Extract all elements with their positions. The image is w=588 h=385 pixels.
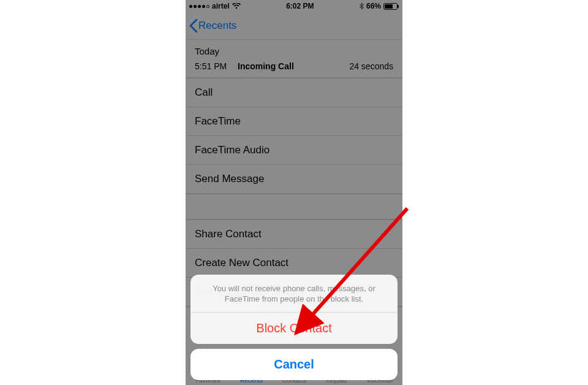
back-button[interactable]: Recents	[189, 19, 236, 32]
status-bar: airtel 6:02 PM 66%	[186, 0, 402, 12]
chevron-left-icon	[189, 19, 197, 32]
call-log-day: Today	[186, 40, 402, 59]
call-duration: 24 seconds	[349, 61, 393, 71]
primary-actions-list: Call FaceTime FaceTime Audio Send Messag…	[186, 77, 402, 194]
action-share-contact[interactable]: Share Contact	[186, 219, 402, 248]
call-log-row: 5:51 PM Incoming Call 24 seconds	[186, 59, 402, 77]
cancel-button[interactable]: Cancel	[190, 349, 398, 380]
action-sheet: You will not receive phone calls, messag…	[190, 275, 398, 380]
carrier-label: airtel	[212, 2, 230, 10]
action-facetime[interactable]: FaceTime	[186, 107, 402, 135]
battery-icon	[383, 3, 399, 10]
bluetooth-icon	[360, 2, 364, 10]
status-time: 6:02 PM	[286, 2, 314, 10]
signal-strength-icon	[189, 5, 209, 8]
action-create-new-contact[interactable]: Create New Contact	[186, 248, 402, 277]
call-type: Incoming Call	[238, 61, 349, 71]
action-sheet-message: You will not receive phone calls, messag…	[190, 275, 398, 312]
contact-detail-content: Today 5:51 PM Incoming Call 24 seconds C…	[186, 40, 402, 307]
action-facetime-audio[interactable]: FaceTime Audio	[186, 135, 402, 164]
svg-rect-1	[385, 4, 393, 9]
action-call[interactable]: Call	[186, 78, 402, 107]
status-left-cluster: airtel	[189, 2, 241, 10]
action-send-message[interactable]: Send Message	[186, 164, 402, 194]
svg-rect-2	[398, 5, 399, 8]
block-contact-button[interactable]: Block Contact	[190, 312, 398, 344]
wifi-icon	[232, 3, 241, 9]
action-sheet-cancel-group: Cancel	[190, 349, 398, 380]
action-sheet-group: You will not receive phone calls, messag…	[190, 275, 398, 344]
status-right-cluster: 66%	[360, 2, 399, 10]
battery-percent: 66%	[366, 2, 381, 10]
nav-bar: Recents	[186, 12, 402, 40]
call-time: 5:51 PM	[195, 61, 238, 71]
back-label: Recents	[198, 20, 236, 32]
phone-screen: airtel 6:02 PM 66% Recents Today	[186, 0, 402, 385]
